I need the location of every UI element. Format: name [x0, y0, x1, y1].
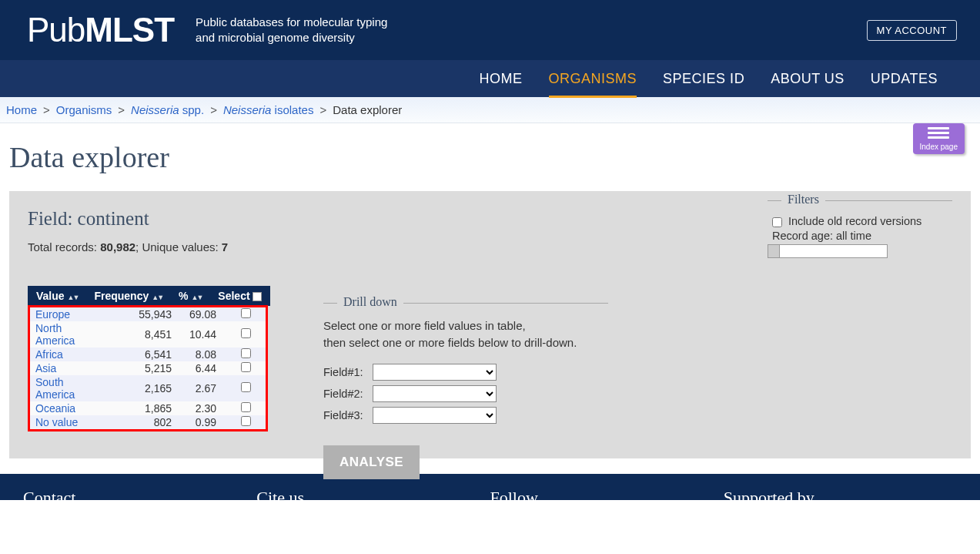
- tagline: Public databases for molecular typing an…: [196, 15, 387, 46]
- breadcrumb-neisseria-spp[interactable]: Neisseria spp.: [131, 103, 204, 116]
- cell-value[interactable]: No value: [30, 415, 107, 429]
- table-row: North America8,45110.44: [30, 321, 266, 348]
- table-row: No value8020.99: [30, 415, 266, 429]
- top-header: PubMLST Public databases for molecular t…: [0, 0, 980, 60]
- cell-frequency: 55,943: [107, 307, 181, 321]
- cell-percent: 10.44: [181, 321, 226, 348]
- field3-label: Field#3:: [323, 409, 368, 421]
- include-old-label: Include old record versions: [788, 215, 921, 227]
- cell-frequency: 6,541: [107, 348, 181, 361]
- cell-select: [226, 321, 266, 348]
- cell-percent: 8.08: [181, 348, 226, 361]
- logo[interactable]: PubMLST: [27, 11, 174, 49]
- field3-select[interactable]: [373, 407, 497, 424]
- slider-handle[interactable]: [768, 244, 780, 258]
- row-select-checkbox[interactable]: [241, 362, 251, 372]
- sort-icon: ▲▼: [152, 294, 162, 301]
- nav-home[interactable]: HOME: [480, 71, 523, 87]
- footer-supported: Supported by: [724, 488, 957, 500]
- cell-value[interactable]: South America: [30, 375, 107, 401]
- logo-bold: MLST: [85, 11, 174, 49]
- record-age-label: Record age: all time: [772, 230, 952, 242]
- drilldown-section: Drill down Select one or more field valu…: [323, 303, 608, 479]
- field1-label: Field#1:: [323, 366, 368, 378]
- filters-legend: Filters: [768, 200, 952, 201]
- footer-cite: Cite us: [256, 488, 490, 500]
- row-select-checkbox[interactable]: [241, 402, 251, 412]
- tagline-line2: and microbial genome diversity: [196, 30, 387, 45]
- cell-frequency: 802: [107, 415, 181, 429]
- tagline-line1: Public databases for molecular typing: [196, 15, 387, 30]
- footer-contact: Contact: [23, 488, 256, 500]
- field2-select[interactable]: [373, 385, 497, 402]
- field3-row: Field#3:: [323, 407, 608, 424]
- cell-percent: 6.44: [181, 361, 226, 375]
- cell-select: [226, 307, 266, 321]
- row-select-checkbox[interactable]: [241, 328, 251, 338]
- unique-values-value: 7: [222, 240, 228, 253]
- index-page-widget[interactable]: Index page: [913, 123, 965, 154]
- row-select-checkbox[interactable]: [241, 416, 251, 426]
- table-row: Asia5,2156.44: [30, 361, 266, 375]
- cell-value[interactable]: Africa: [30, 348, 107, 361]
- my-account-button[interactable]: MY ACCOUNT: [867, 20, 957, 41]
- cell-value[interactable]: North America: [30, 321, 107, 348]
- nav-updates[interactable]: UPDATES: [871, 71, 938, 87]
- breadcrumb-sep: >: [210, 103, 217, 116]
- highlighted-region: Europe55,94369.08North America8,45110.44…: [28, 305, 268, 431]
- data-table-body: Europe55,94369.08North America8,45110.44…: [30, 307, 266, 429]
- sort-icon: ▲▼: [68, 294, 79, 301]
- cell-value[interactable]: Europe: [30, 307, 107, 321]
- select-all-checkbox[interactable]: [253, 292, 262, 301]
- table-row: Oceania1,8652.30: [30, 401, 266, 415]
- nav-organisms[interactable]: ORGANISMS: [549, 71, 637, 98]
- cell-percent: 69.08: [181, 307, 226, 321]
- nav-species-id[interactable]: SPECIES ID: [663, 71, 744, 87]
- main-panel: Field: continent Total records: 80,982; …: [9, 191, 971, 458]
- field2-label: Field#2:: [323, 388, 368, 400]
- table-row: Europe55,94369.08: [30, 307, 266, 321]
- field1-select[interactable]: [373, 364, 497, 381]
- logo-prefix: Pub: [27, 11, 85, 49]
- breadcrumb-organisms[interactable]: Organisms: [56, 103, 112, 116]
- col-select[interactable]: Select: [210, 287, 269, 306]
- cell-select: [226, 415, 266, 429]
- record-age-input[interactable]: [768, 244, 952, 258]
- analyse-button[interactable]: ANALYSE: [323, 445, 420, 479]
- cell-select: [226, 348, 266, 361]
- cell-frequency: 5,215: [107, 361, 181, 375]
- sort-icon: ▲▼: [192, 294, 202, 301]
- record-age-field[interactable]: [780, 244, 888, 258]
- filters-section: Filters Include old record versions Reco…: [768, 200, 952, 258]
- breadcrumb-neisseria-isolates[interactable]: Neisseria isolates: [223, 103, 314, 116]
- nav-about-us[interactable]: ABOUT US: [771, 71, 845, 87]
- row-select-checkbox[interactable]: [241, 382, 251, 392]
- cell-percent: 2.30: [181, 401, 226, 415]
- row-select-checkbox[interactable]: [241, 348, 251, 358]
- list-icon: [928, 127, 949, 141]
- table-row: South America2,1652.67: [30, 375, 266, 401]
- col-value[interactable]: Value▲▼: [28, 287, 86, 306]
- cell-value[interactable]: Asia: [30, 361, 107, 375]
- table-row: Africa6,5418.08: [30, 348, 266, 361]
- cell-value[interactable]: Oceania: [30, 401, 107, 415]
- footer-follow: Follow: [490, 488, 724, 500]
- cell-percent: 0.99: [181, 415, 226, 429]
- cell-select: [226, 361, 266, 375]
- nav-bar: HOME ORGANISMS SPECIES ID ABOUT US UPDAT…: [0, 60, 980, 97]
- cell-frequency: 2,165: [107, 375, 181, 401]
- include-old-checkbox[interactable]: [772, 217, 782, 227]
- breadcrumb-sep: >: [118, 103, 125, 116]
- include-old-row: Include old record versions: [772, 215, 952, 227]
- breadcrumb-current: Data explorer: [333, 103, 402, 116]
- breadcrumb-sep: >: [319, 103, 326, 116]
- drilldown-legend: Drill down: [323, 303, 608, 304]
- breadcrumb: Home > Organisms > Neisseria spp. > Neis…: [0, 97, 980, 123]
- cell-percent: 2.67: [181, 375, 226, 401]
- field1-row: Field#1:: [323, 364, 608, 381]
- col-frequency[interactable]: Frequency▲▼: [86, 287, 171, 306]
- field2-row: Field#2:: [323, 385, 608, 402]
- col-percent[interactable]: %▲▼: [171, 287, 210, 306]
- breadcrumb-home[interactable]: Home: [6, 103, 37, 116]
- row-select-checkbox[interactable]: [241, 308, 251, 318]
